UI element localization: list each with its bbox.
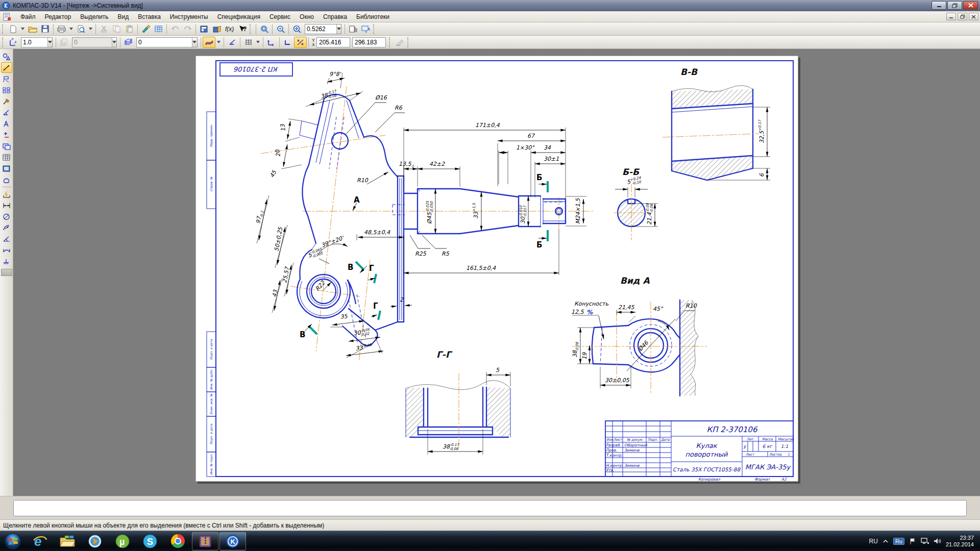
step-value[interactable] bbox=[21, 39, 47, 46]
dim-o16[interactable]: Ø16 bbox=[375, 94, 387, 101]
dim-485[interactable]: 48,5±0,4 bbox=[364, 229, 390, 236]
print-dropdown[interactable] bbox=[68, 23, 75, 35]
coordinate-y-field[interactable] bbox=[316, 37, 350, 47]
measure-tool[interactable] bbox=[1, 107, 12, 118]
dim-1615[interactable]: 161,5±0,4 bbox=[466, 265, 496, 271]
selection-tool[interactable] bbox=[1, 118, 12, 129]
new-document-dropdown[interactable] bbox=[19, 23, 26, 35]
label-b2[interactable]: Б bbox=[536, 240, 542, 249]
dim-r5[interactable]: R5 bbox=[442, 251, 450, 257]
dim-gg38[interactable]: 38-0,17-0,08 bbox=[443, 443, 460, 451]
close-button[interactable] bbox=[963, 1, 978, 10]
library-manager-button[interactable] bbox=[210, 23, 223, 35]
dim-67[interactable]: 67 bbox=[527, 133, 535, 139]
insert-table-tool[interactable] bbox=[1, 152, 12, 163]
dim-angle-45[interactable]: 45° bbox=[653, 306, 664, 312]
mdi-restore-button[interactable] bbox=[958, 13, 967, 20]
menu-view[interactable]: Вид bbox=[113, 12, 134, 21]
zoom-scale-dropdown[interactable] bbox=[336, 24, 341, 34]
new-document-button[interactable] bbox=[7, 23, 19, 35]
dim-1x30[interactable]: 1×30° bbox=[516, 144, 535, 151]
label-a[interactable]: А bbox=[354, 195, 360, 205]
arc-dimension-tool[interactable] bbox=[1, 245, 12, 256]
dim-r6[interactable]: R6 bbox=[395, 105, 403, 111]
dim-45-shaft[interactable]: Ø45-0,025-0,050 bbox=[426, 201, 434, 224]
label-g1[interactable]: Г bbox=[369, 264, 374, 273]
designation-tool[interactable] bbox=[1, 73, 12, 84]
raster-tool[interactable] bbox=[1, 163, 12, 174]
datum-tool[interactable] bbox=[1, 256, 12, 267]
dim-r10[interactable]: R10 bbox=[357, 177, 369, 184]
dim-r25[interactable]: R25 bbox=[415, 251, 427, 257]
line-style-dropdown[interactable] bbox=[215, 37, 222, 48]
coordinate-x-field[interactable] bbox=[352, 37, 386, 47]
network-icon[interactable] bbox=[921, 538, 929, 544]
zoom-in-button[interactable] bbox=[290, 23, 303, 35]
dim-va-r10[interactable]: R10 bbox=[685, 303, 697, 309]
volume-icon[interactable] bbox=[934, 538, 941, 544]
step-combo[interactable] bbox=[21, 37, 53, 47]
geometry-tool[interactable] bbox=[1, 51, 12, 62]
mdi-minimize-button[interactable] bbox=[946, 13, 956, 20]
preview-dropdown[interactable] bbox=[87, 23, 94, 35]
open-button[interactable] bbox=[26, 23, 39, 35]
dim-171[interactable]: 171±0,4 bbox=[475, 122, 500, 129]
menu-select[interactable]: Выделить bbox=[76, 12, 113, 21]
dim-taper-value[interactable]: 12,5 bbox=[571, 309, 584, 315]
language-badge[interactable]: Ru bbox=[893, 538, 904, 545]
print-button[interactable] bbox=[55, 23, 68, 35]
dim-2[interactable]: 2 bbox=[400, 296, 404, 303]
angular-dimension-tool[interactable] bbox=[1, 234, 12, 244]
spec-edit-tool[interactable] bbox=[1, 130, 12, 140]
dimensions-tool[interactable] bbox=[1, 62, 12, 73]
layer-dropdown[interactable] bbox=[192, 38, 197, 47]
radial-dimension-tool[interactable] bbox=[1, 222, 12, 233]
layer-value[interactable] bbox=[137, 39, 192, 46]
grid-dropdown[interactable] bbox=[255, 37, 261, 48]
dim-taper-pct[interactable]: % bbox=[586, 309, 593, 316]
menu-file[interactable]: Файл bbox=[16, 12, 40, 21]
dim-bb214[interactable]: 21,4-0,08-0,06 bbox=[646, 203, 654, 225]
minimize-button[interactable] bbox=[932, 1, 946, 10]
menu-window[interactable]: Окно bbox=[295, 12, 318, 21]
diameter-dimension-tool[interactable] bbox=[1, 211, 12, 222]
label-v2[interactable]: В bbox=[300, 330, 305, 339]
section-bb-title[interactable]: Б-Б bbox=[622, 167, 640, 177]
local-csys-button[interactable] bbox=[265, 37, 278, 48]
preview-button[interactable] bbox=[75, 23, 87, 35]
layer-combo[interactable] bbox=[136, 37, 198, 47]
zoom-pan-button[interactable] bbox=[274, 23, 287, 35]
language-indicator[interactable]: RU bbox=[869, 538, 878, 545]
copies-combo[interactable] bbox=[72, 37, 117, 47]
variables-window-button[interactable] bbox=[198, 23, 210, 35]
grid-button[interactable] bbox=[242, 37, 255, 48]
section-vv-title[interactable]: В-В bbox=[680, 67, 698, 77]
undo-button[interactable] bbox=[168, 23, 181, 35]
dim-35[interactable]: 35 bbox=[340, 313, 348, 320]
menu-help[interactable]: Справка bbox=[318, 12, 352, 21]
line-style-button[interactable] bbox=[203, 37, 215, 48]
angle-snap-button[interactable] bbox=[226, 37, 238, 48]
step-dropdown[interactable] bbox=[47, 38, 52, 47]
toolbar-grip[interactable] bbox=[2, 24, 5, 34]
dim-3005[interactable]: 30±0,05 bbox=[605, 377, 630, 384]
refresh-view-button[interactable] bbox=[359, 23, 372, 35]
auto-dimension-tool[interactable] bbox=[1, 189, 12, 199]
dim-taper-label[interactable]: Конусность bbox=[574, 300, 609, 307]
zoom-scale-value[interactable] bbox=[305, 26, 336, 33]
macro-tool[interactable] bbox=[1, 174, 12, 185]
taskbar-explorer[interactable] bbox=[54, 532, 81, 550]
copies-dropdown[interactable] bbox=[112, 38, 116, 47]
redo-button[interactable] bbox=[181, 23, 194, 35]
copy-properties-button[interactable] bbox=[139, 23, 152, 35]
parameterization-tool[interactable] bbox=[1, 85, 12, 95]
clear-background-button[interactable] bbox=[394, 37, 406, 48]
taskbar-utorrent[interactable]: µ bbox=[109, 532, 136, 550]
dim-19[interactable]: 19 bbox=[581, 352, 588, 360]
cut-button[interactable] bbox=[97, 23, 110, 35]
menu-service[interactable]: Сервис bbox=[265, 12, 295, 21]
label-v1[interactable]: В bbox=[348, 263, 353, 272]
show-all-button[interactable] bbox=[347, 23, 359, 35]
snaps-button[interactable] bbox=[294, 37, 307, 48]
drawing-sheet[interactable]: Перв. примен. Справ. № Подп. и дата Инв.… bbox=[195, 56, 798, 482]
